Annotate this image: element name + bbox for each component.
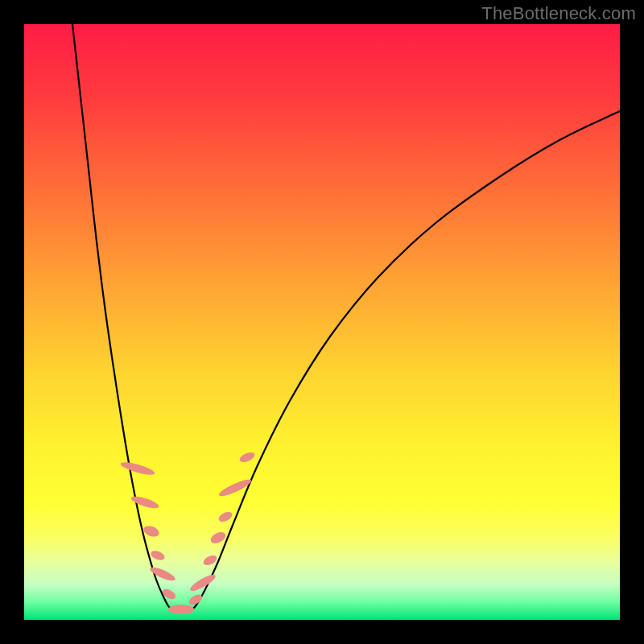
curve-marker [238,450,256,464]
curve-marker [150,549,166,562]
bottleneck-curve-path [72,24,620,613]
curve-markers [119,450,256,614]
chart-frame: TheBottleneck.com [0,0,644,644]
curve-marker [142,524,161,539]
curve-svg [24,24,620,620]
curve-marker [217,510,234,524]
curve-marker [119,460,155,477]
curve-marker [148,565,176,584]
plot-area [24,24,620,620]
bottleneck-curve [72,24,620,613]
curve-marker [161,587,178,601]
watermark-text: TheBottleneck.com [481,3,636,24]
curve-marker [188,572,217,594]
curve-marker [168,605,194,614]
curve-marker [130,494,159,511]
